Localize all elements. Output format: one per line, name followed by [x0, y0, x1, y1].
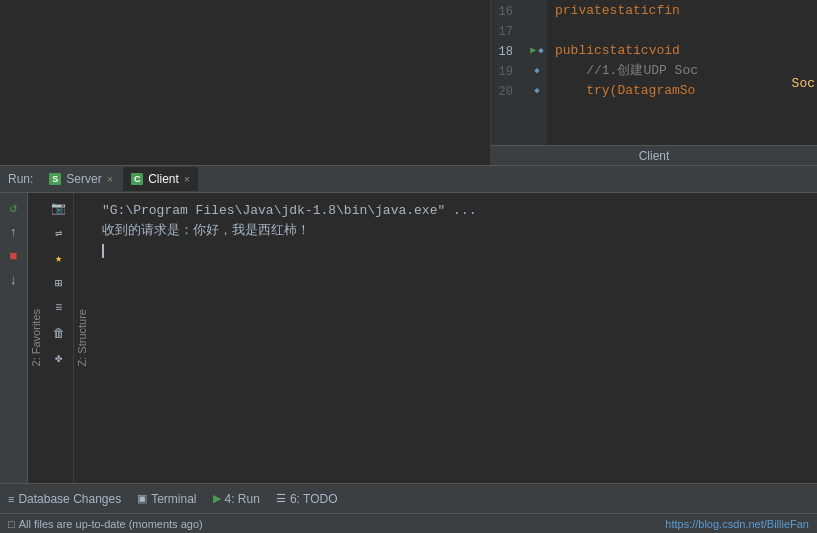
side-icons: ↺ ↑ ■ ↓ — [0, 193, 28, 483]
run-label: Run: — [8, 172, 33, 186]
code-line-18: public static void — [551, 40, 817, 60]
tool-icons: 📷 ⇌ ★ ⊞ ≡ 🗑 ✤ — [44, 193, 74, 483]
db-changes-icon: ≡ — [8, 493, 14, 505]
soc-partial-text: Soc — [790, 76, 817, 91]
tab-server[interactable]: S Server × — [41, 167, 121, 191]
server-tab-close[interactable]: × — [107, 173, 113, 185]
list-icon-2[interactable]: ≡ — [48, 297, 70, 319]
scroll-up-button[interactable]: ↑ — [3, 221, 25, 243]
bookmark-19: ◆ — [534, 65, 539, 76]
db-changes-item[interactable]: ≡ Database Changes — [8, 492, 121, 506]
gutter: ▶ ◆ ◆ ◆ — [527, 0, 547, 145]
todo-item[interactable]: ☰ 6: TODO — [276, 492, 338, 506]
client-label: Client — [491, 145, 817, 165]
line-num-16: 16 — [495, 2, 519, 22]
line-numbers: 16 17 18 19 20 — [491, 0, 527, 145]
wrap-icon[interactable]: ⇌ — [48, 222, 70, 244]
cursor — [102, 244, 104, 258]
client-tab-close[interactable]: × — [184, 173, 190, 185]
code-panel: 16 17 18 19 20 ▶ ◆ ◆ ◆ — [490, 0, 817, 165]
code-line-16: private static fin — [551, 0, 817, 20]
server-tab-label: Server — [66, 172, 101, 186]
status-text: All files are up-to-date (moments ago) — [19, 518, 203, 530]
console-output-line: 收到的请求是：你好，我是西红柿！ — [102, 221, 805, 241]
camera-icon[interactable]: 📷 — [48, 197, 70, 219]
run-arrow-18: ▶ — [530, 44, 536, 56]
run-panel: ↺ ↑ ■ ↓ 2: Favorites 📷 ⇌ ★ ⊞ ≡ 🗑 ✤ Z: St… — [0, 193, 817, 483]
todo-label: 6: TODO — [290, 492, 338, 506]
code-line-19: //1.创建UDP Soc — [551, 60, 817, 80]
status-bar-left: □ All files are up-to-date (moments ago) — [8, 518, 665, 530]
gutter-row-18: ▶ ◆ — [527, 40, 547, 60]
scroll-down-button[interactable]: ↓ — [3, 269, 25, 291]
terminal-label: Terminal — [151, 492, 196, 506]
trash-icon[interactable]: 🗑 — [48, 322, 70, 344]
terminal-icon: ▣ — [137, 492, 147, 505]
bookmark-20: ◆ — [534, 85, 539, 96]
bottom-tool-bar: ≡ Database Changes ▣ Terminal ▶ 4: Run ☰… — [0, 483, 817, 513]
gutter-row-16 — [527, 0, 547, 20]
run-item[interactable]: ▶ 4: Run — [213, 492, 260, 506]
gutter-row-17 — [527, 20, 547, 40]
run-tab-bar: Run: S Server × C Client × — [0, 165, 817, 193]
line-num-19: 19 — [495, 62, 519, 82]
rerun-button[interactable]: ↺ — [3, 197, 25, 219]
db-changes-label: Database Changes — [18, 492, 121, 506]
code-content: private static fin public static void //… — [547, 0, 817, 145]
status-bar-right: https://blog.csdn.net/BillieFan — [665, 518, 809, 530]
console-output: "G:\Program Files\Java\jdk-1.8\bin\java.… — [90, 193, 817, 483]
tab-client[interactable]: C Client × — [123, 167, 198, 191]
gutter-row-19: ◆ — [527, 60, 547, 80]
code-editor-area: 16 17 18 19 20 ▶ ◆ ◆ ◆ — [0, 0, 817, 165]
gutter-row-20: ◆ — [527, 80, 547, 100]
list-filter-icon[interactable]: ⊞ — [48, 272, 70, 294]
left-panel — [0, 0, 490, 165]
code-line-20: try(DatagramSo — [551, 80, 817, 100]
code-text-16: private — [555, 3, 610, 18]
favorites-label: 2: Favorites — [30, 309, 42, 366]
stop-button[interactable]: ■ — [3, 245, 25, 267]
status-checkbox: □ All files are up-to-date (moments ago) — [8, 518, 203, 530]
line-num-17: 17 — [495, 22, 519, 42]
line-num-18: 18 — [495, 42, 519, 62]
code-line-17 — [551, 20, 817, 40]
favorites-panel: 2: Favorites — [28, 193, 44, 483]
checkbox-icon: □ — [8, 518, 15, 530]
thumbtack-icon[interactable]: ✤ — [48, 347, 70, 369]
console-cmd-line: "G:\Program Files\Java\jdk-1.8\bin\java.… — [102, 201, 805, 221]
structure-label: Z: Structure — [76, 309, 88, 366]
bookmark-18: ◆ — [538, 45, 543, 56]
status-bar: □ All files are up-to-date (moments ago)… — [0, 513, 817, 533]
console-cursor-line — [102, 241, 805, 261]
structure-panel: Z: Structure — [74, 193, 90, 483]
star-icon[interactable]: ★ — [48, 247, 70, 269]
server-tab-icon: S — [49, 173, 61, 185]
todo-icon: ☰ — [276, 492, 286, 505]
run-item-label: 4: Run — [225, 492, 260, 506]
run-icon: ▶ — [213, 492, 221, 505]
status-url: https://blog.csdn.net/BillieFan — [665, 518, 809, 530]
client-tab-label: Client — [148, 172, 179, 186]
client-tab-icon: C — [131, 173, 143, 185]
line-num-20: 20 — [495, 82, 519, 102]
terminal-item[interactable]: ▣ Terminal — [137, 492, 196, 506]
